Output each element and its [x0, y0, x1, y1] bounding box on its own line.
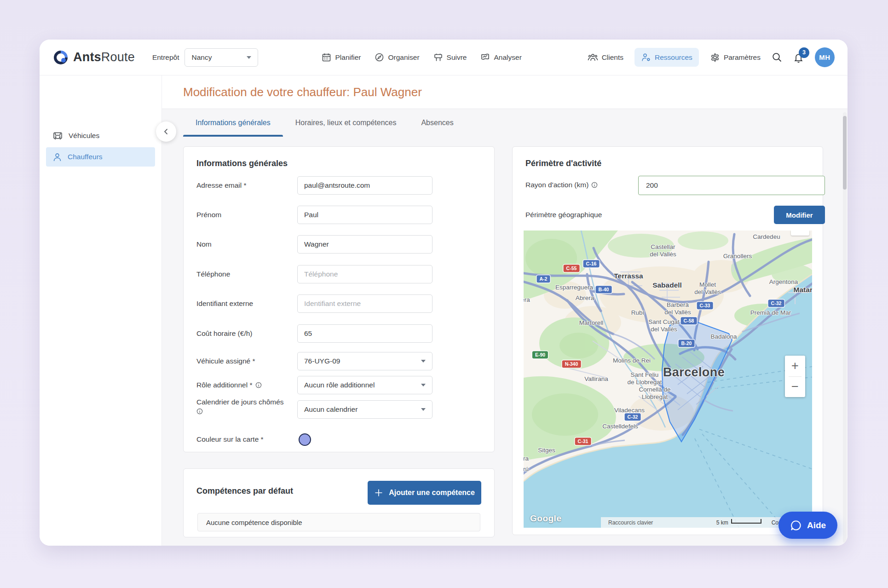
warehouse-select[interactable]: Nancy [185, 48, 258, 67]
empty-skills-message: Aucune compétence disponible [197, 513, 480, 531]
select-value: Aucun calendrier [304, 405, 358, 414]
phone-input[interactable] [297, 265, 432, 283]
person-gear-icon [641, 52, 651, 62]
plus-icon [374, 488, 383, 497]
email-input[interactable] [297, 176, 432, 195]
external-id-input[interactable] [297, 294, 432, 313]
form-row-nom: Nom [196, 235, 481, 254]
nav-analyser[interactable]: Analyser [480, 52, 521, 62]
sidebar-item-vehicules[interactable]: Véhicules [46, 126, 155, 145]
nav-label: Suivre [447, 53, 467, 62]
sidebar-item-label: Véhicules [69, 132, 99, 140]
field-label: Nom [196, 235, 295, 254]
map-scale: 5 km [716, 519, 761, 526]
map-zoom-control: + − [785, 356, 805, 397]
main-nav: Planifier Organiser [322, 52, 521, 62]
tab-horaires-lieux-competences[interactable]: Horaires, lieux et compétences [283, 109, 409, 137]
scrollbar-thumb[interactable] [843, 116, 847, 190]
title-strip: Modification de votre chauffeur: Paul Wa… [162, 75, 848, 109]
search-button[interactable] [772, 52, 782, 63]
form-row-perimetre: Périmètre géographique Modifier [525, 206, 810, 224]
nav-label: Planifier [335, 53, 361, 62]
brand-text: AntsRoute [73, 50, 135, 64]
form-row-couleur: Couleur sur la carte * [196, 430, 481, 449]
truck-icon [52, 131, 63, 141]
notification-badge: 3 [799, 47, 809, 58]
lastname-input[interactable] [297, 235, 432, 254]
select-value: 76-UYG-09 [304, 357, 340, 365]
tab-bar: Informations générales Horaires, lieux e… [183, 109, 466, 137]
role-select[interactable]: Aucun rôle additionnel [297, 376, 432, 394]
main-content: Modification de votre chauffeur: Paul Wa… [162, 75, 848, 546]
form-row-email: Adresse email * [196, 176, 481, 195]
top-navbar: AntsRoute Entrepôt Nancy Planifier [40, 40, 848, 75]
field-label: Identifiant externe [196, 294, 295, 313]
firstname-input[interactable] [297, 206, 432, 224]
sidebar-item-chauffeurs[interactable]: Chauffeurs [46, 147, 155, 167]
form-row-role: Rôle additionnel * Aucun rôle additionne… [196, 376, 481, 394]
nav-clients[interactable]: Clients [588, 52, 623, 62]
nav-label: Clients [602, 53, 623, 62]
map[interactable]: Cardedeu Castellar del Vallès Granollers… [524, 231, 812, 528]
nav-label: Analyser [494, 53, 521, 62]
skills-card: Compétences par défaut Ajouter une compé… [183, 468, 495, 537]
zoom-in-button[interactable]: + [785, 356, 805, 376]
card-heading: Compétences par défaut [196, 486, 293, 496]
holiday-calendar-select[interactable]: Aucun calendrier [297, 400, 432, 419]
form-row-vehicule: Véhicule assigné * 76-UYG-09 [196, 352, 481, 370]
signpost-icon [433, 52, 443, 62]
field-label: Périmètre géographique [525, 206, 624, 224]
chevron-down-icon [421, 408, 426, 411]
field-label: Calendrier de jours chômés [196, 398, 295, 417]
antsroute-logo-icon [52, 49, 69, 66]
nav-label: Organiser [388, 53, 419, 62]
scale-bar [731, 519, 761, 524]
info-icon [591, 182, 598, 188]
antsroute-logo[interactable]: AntsRoute [52, 49, 135, 66]
map-control-partial [791, 231, 809, 236]
compass-icon [375, 52, 384, 62]
notifications-button[interactable]: 3 [793, 52, 804, 63]
gear-icon [710, 52, 720, 63]
edit-perimeter-button[interactable]: Modifier [774, 206, 825, 224]
nav-ressources-active[interactable]: Ressources [634, 48, 699, 67]
vehicle-select[interactable]: 76-UYG-09 [297, 352, 432, 370]
sidebar: Véhicules Chauffeurs [40, 75, 162, 546]
form-row-rayon: Rayon d'action (km) [525, 176, 810, 194]
tab-absences[interactable]: Absences [409, 109, 466, 137]
form-row-cout: Coût horaire (€/h) [196, 324, 481, 343]
form-row-prenom: Prénom [196, 206, 481, 224]
sidebar-item-label: Chauffeurs [68, 153, 103, 161]
map-color-swatch[interactable] [299, 433, 311, 446]
add-skill-button[interactable]: Ajouter une compétence [368, 481, 481, 505]
chevron-down-icon [421, 360, 426, 363]
warehouse-value: Nancy [191, 53, 212, 62]
map-shortcuts-link[interactable]: Raccourcis clavier [608, 519, 653, 526]
general-info-card: Informations générales Adresse email * P… [183, 146, 495, 452]
nav-planifier[interactable]: Planifier [322, 52, 361, 62]
desktop-background: AntsRoute Entrepôt Nancy Planifier [0, 0, 888, 588]
form-row-telephone: Téléphone [196, 265, 481, 283]
field-label: Coût horaire (€/h) [196, 324, 295, 343]
nav-suivre[interactable]: Suivre [433, 52, 467, 62]
hourly-cost-input[interactable] [297, 324, 432, 343]
chevron-down-icon [247, 56, 251, 59]
help-label: Aide [807, 520, 826, 530]
nav-organiser[interactable]: Organiser [375, 52, 419, 62]
zoom-out-button[interactable]: − [785, 377, 805, 398]
select-value: Aucun rôle additionnel [304, 381, 375, 389]
avatar[interactable]: MH [815, 47, 835, 67]
nav-parametres[interactable]: Paramètres [710, 52, 761, 63]
info-icon [255, 382, 262, 388]
back-button[interactable] [156, 121, 176, 142]
help-button[interactable]: Aide [778, 512, 837, 539]
radius-input[interactable] [638, 176, 825, 195]
app-window: AntsRoute Entrepôt Nancy Planifier [40, 40, 848, 546]
form-row-identifiant: Identifiant externe [196, 294, 481, 313]
field-label: Couleur sur la carte * [196, 430, 295, 449]
form-row-calendrier: Calendrier de jours chômés Aucun calendr… [196, 400, 481, 419]
calendar-icon [322, 52, 331, 62]
card-heading: Périmètre d'activité [525, 159, 601, 168]
driver-icon [52, 152, 62, 162]
tab-informations-generales[interactable]: Informations générales [183, 109, 283, 137]
